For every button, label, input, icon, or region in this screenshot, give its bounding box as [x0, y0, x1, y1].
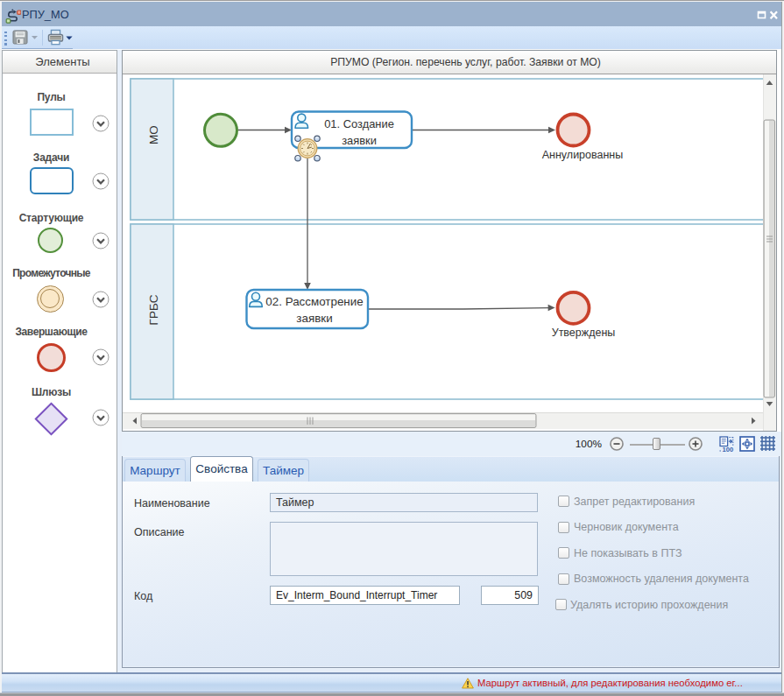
svg-text:МО: МО [147, 125, 160, 144]
svg-text:Утверждены: Утверждены [552, 327, 616, 339]
svg-text:Аннулированны: Аннулированны [542, 149, 624, 161]
svg-text:ГРБС: ГРБС [147, 294, 160, 325]
svg-text:100: 100 [723, 446, 734, 452]
svg-text:02. Рассмотрение: 02. Рассмотрение [265, 295, 363, 308]
svg-text:заявки: заявки [342, 134, 377, 147]
svg-text:заявки: заявки [296, 312, 332, 325]
svg-text:01. Создание: 01. Создание [324, 117, 394, 130]
